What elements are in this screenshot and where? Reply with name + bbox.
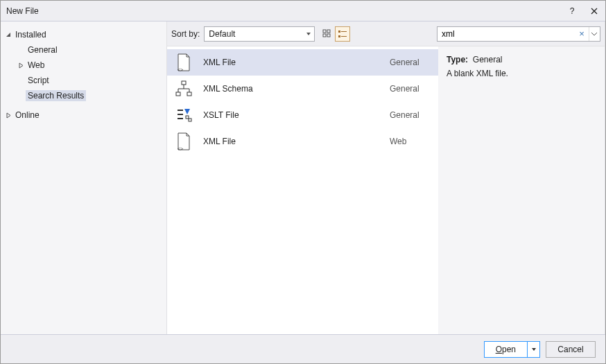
details-pane: Type: General A blank XML file. xyxy=(438,46,605,334)
view-toggle xyxy=(319,26,351,42)
tree-label-search-results: Search Results xyxy=(26,90,86,101)
list-pane: <> XML File General XML Schema General xyxy=(167,46,605,334)
titlebar: New File ? xyxy=(1,1,605,21)
close-button[interactable] xyxy=(583,1,605,21)
clear-search-button[interactable]: × xyxy=(576,28,587,39)
sortby-label: Sort by: xyxy=(171,29,200,39)
template-list: <> XML File General XML Schema General xyxy=(167,46,438,334)
template-name: XSLT File xyxy=(203,110,380,120)
svg-rect-0 xyxy=(323,30,326,33)
xml-file-icon: <> xyxy=(174,53,193,72)
tree-node-search-results[interactable]: Search Results xyxy=(1,88,166,103)
svg-rect-3 xyxy=(327,34,330,37)
svg-text:<>: <> xyxy=(178,146,183,151)
svg-rect-6 xyxy=(338,35,340,37)
template-item-xml-file[interactable]: <> XML File General xyxy=(167,49,438,76)
close-icon xyxy=(591,8,598,15)
template-category: General xyxy=(390,58,428,67)
description: A blank XML file. xyxy=(447,69,596,78)
svg-rect-12 xyxy=(186,116,189,119)
svg-rect-10 xyxy=(176,92,180,96)
search-box[interactable]: × xyxy=(437,26,600,42)
chevron-down-icon xyxy=(591,31,597,37)
template-item-xslt-file[interactable]: XSLT File General xyxy=(167,102,438,128)
xml-schema-icon xyxy=(174,79,193,98)
footer: Open Cancel xyxy=(1,334,605,363)
list-icon xyxy=(338,29,347,39)
window-title: New File xyxy=(1,6,39,16)
chevron-down-icon xyxy=(531,347,537,352)
xslt-file-icon xyxy=(174,105,193,125)
svg-rect-7 xyxy=(341,36,347,37)
template-name: XML File xyxy=(203,58,380,67)
open-button[interactable]: Open xyxy=(484,341,540,358)
view-small-icons-button[interactable] xyxy=(335,26,350,42)
help-button[interactable]: ? xyxy=(561,1,583,21)
template-category: General xyxy=(390,110,428,120)
svg-rect-13 xyxy=(189,119,191,121)
cancel-button[interactable]: Cancel xyxy=(546,341,596,358)
cancel-button-label: Cancel xyxy=(557,345,583,354)
tree-label-general: General xyxy=(26,44,60,55)
collapse-icon xyxy=(3,32,13,38)
template-item-xml-file-web[interactable]: <> XML File Web xyxy=(167,128,438,155)
grid-icon xyxy=(322,29,332,39)
open-button-dropdown[interactable] xyxy=(527,342,539,357)
tree-node-web[interactable]: Web xyxy=(1,58,166,73)
toolbar: Sort by: Default xyxy=(167,21,605,46)
sortby-value: Default xyxy=(209,29,235,39)
sortby-dropdown[interactable]: Default xyxy=(204,26,315,42)
tree-label-installed: Installed xyxy=(13,29,49,40)
svg-rect-5 xyxy=(341,31,347,32)
tree-label-script: Script xyxy=(26,75,51,86)
svg-rect-2 xyxy=(323,34,326,37)
template-item-xml-schema[interactable]: XML Schema General xyxy=(167,76,438,102)
chevron-down-icon xyxy=(306,31,311,37)
svg-rect-4 xyxy=(338,31,340,33)
template-category: Web xyxy=(390,137,428,146)
svg-text:<>: <> xyxy=(178,67,183,72)
template-name: XML File xyxy=(203,137,380,146)
view-medium-icons-button[interactable] xyxy=(320,26,335,42)
tree-label-web: Web xyxy=(26,60,46,71)
tree-node-installed[interactable]: Installed xyxy=(1,27,166,42)
expand-icon xyxy=(16,62,26,69)
type-value: General xyxy=(473,55,503,64)
template-name: XML Schema xyxy=(203,84,380,94)
tree-node-script[interactable]: Script xyxy=(1,73,166,88)
tree-node-online[interactable]: Online xyxy=(1,107,166,123)
svg-rect-9 xyxy=(182,81,186,85)
search-input[interactable] xyxy=(442,29,576,39)
sidebar: Installed General Web Script Search Resu… xyxy=(1,21,167,334)
search-dropdown-button[interactable] xyxy=(589,27,598,41)
tree-label-online: Online xyxy=(13,110,42,121)
template-category: General xyxy=(390,84,428,94)
type-label: Type: xyxy=(447,55,468,64)
tree-node-general[interactable]: General xyxy=(1,42,166,58)
titlebar-buttons: ? xyxy=(561,1,605,21)
dialog-body: Installed General Web Script Search Resu… xyxy=(1,21,605,334)
xml-file-icon: <> xyxy=(174,132,193,151)
expand-icon xyxy=(3,112,13,119)
center-pane: Sort by: Default xyxy=(167,21,605,334)
svg-rect-1 xyxy=(327,30,330,33)
type-line: Type: General xyxy=(447,55,596,64)
svg-rect-11 xyxy=(187,92,191,96)
new-file-dialog: New File ? Installed General xyxy=(0,0,606,364)
open-button-label: Open xyxy=(485,342,527,357)
